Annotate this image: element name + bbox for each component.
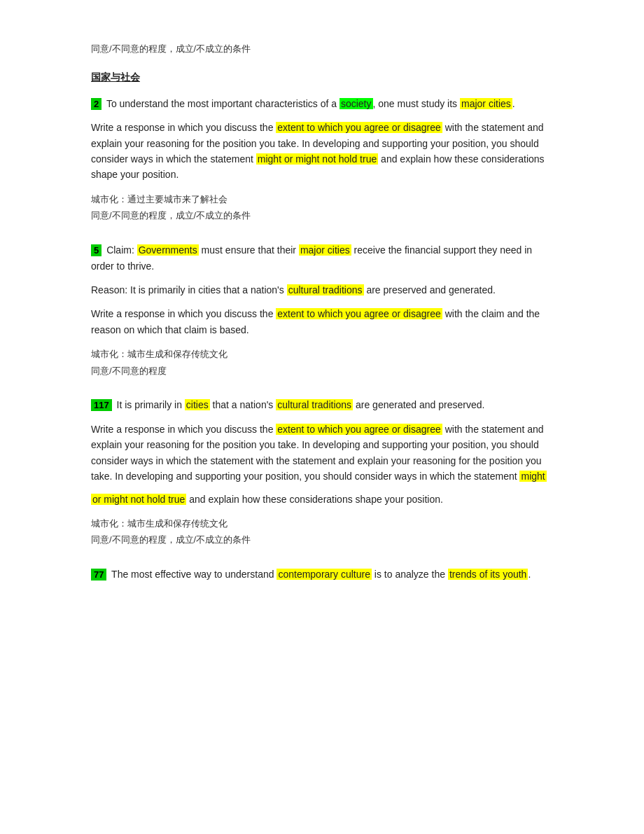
q77-badge: 77 (91, 569, 106, 581)
q2-text-mid: , one must study its (373, 98, 461, 109)
top-label: 同意/不同意的程度，成立/不成立的条件 (91, 42, 553, 56)
q117-highlight1: cities (185, 399, 210, 410)
q5-sub2: 同意/不同意的程度 (91, 364, 553, 378)
q5-claim-hl2: major cities (299, 244, 351, 256)
question-5-reason: Reason: It is primarily in cities that a… (91, 282, 553, 298)
q117-text-before: It is primarily in (117, 399, 185, 410)
q5-sub1: 城市化：城市生成和保存传统文化 (91, 347, 553, 361)
q2-prompt-hl2: might or might not hold true (256, 153, 378, 165)
q2-prompt-start: Write a response in which you discuss th… (91, 122, 276, 133)
q117-prompt-hl3: or might not hold true (91, 494, 186, 505)
question-5-block: 5 Claim: Governments must ensure that th… (91, 242, 553, 377)
q5-prompt-hl: extent to which you agree or disagree (276, 308, 442, 319)
q2-prompt-hl: extent to which you agree or disagree (276, 122, 442, 133)
q5-claim-before: Claim: (106, 244, 137, 256)
q2-highlight1: society (340, 98, 373, 109)
q117-badge: 117 (91, 399, 112, 411)
question-77-block: 77 The most effective way to understand … (91, 567, 553, 583)
q2-text-before: To understand the most important charact… (106, 98, 340, 109)
question-117-block: 117 It is primarily in cities that a nat… (91, 397, 553, 547)
q2-text-end: . (512, 98, 515, 109)
question-2-text: 2 To understand the most important chara… (91, 96, 553, 112)
q117-text-mid: that a nation's (210, 399, 276, 410)
q5-claim-hl1: Governments (137, 244, 199, 256)
q5-claim-mid: must ensure that their (199, 244, 299, 256)
q77-highlight2: trends of its youth (448, 569, 528, 580)
q5-prompt-start: Write a response in which you discuss th… (91, 308, 276, 319)
q117-prompt: Write a response in which you discuss th… (91, 422, 553, 485)
q2-badge: 2 (91, 98, 102, 110)
q2-highlight2: major cities (460, 98, 512, 109)
question-117-text: 117 It is primarily in cities that a nat… (91, 397, 553, 413)
q5-reason-before: Reason: It is primarily in cities that a… (91, 284, 287, 296)
q77-highlight1: contemporary culture (276, 569, 372, 580)
q2-sub2: 同意/不同意的程度，成立/不成立的条件 (91, 209, 553, 223)
section-title: 国家与社会 (91, 70, 553, 85)
q117-text-end: are generated and preserved. (353, 399, 484, 410)
q117-prompt-hl: extent to which you agree or disagree (276, 424, 442, 435)
question-2-block: 2 To understand the most important chara… (91, 96, 553, 223)
q2-prompt: Write a response in which you discuss th… (91, 120, 553, 183)
q117-sub2: 同意/不同意的程度，成立/不成立的条件 (91, 533, 553, 547)
q77-text-before: The most effective way to understand (111, 569, 276, 580)
q117-sub1: 城市化：城市生成和保存传统文化 (91, 517, 553, 531)
q117-prompt-start: Write a response in which you discuss th… (91, 424, 276, 435)
q117-prompt-2: or might not hold true and explain how t… (91, 492, 553, 507)
q5-prompt: Write a response in which you discuss th… (91, 306, 553, 338)
q5-badge: 5 (91, 244, 102, 256)
q77-text-mid: is to analyze the (372, 569, 448, 580)
q2-sub1: 城市化：通过主要城市来了解社会 (91, 193, 553, 207)
question-5-claim: 5 Claim: Governments must ensure that th… (91, 242, 553, 274)
q77-text-end: . (528, 569, 531, 580)
q117-prompt-hl2: might (519, 471, 546, 482)
q5-reason-hl: cultural traditions (287, 284, 364, 296)
q5-reason-end: are preserved and generated. (364, 284, 496, 296)
q117-highlight2: cultural traditions (276, 399, 353, 410)
question-77-text: 77 The most effective way to understand … (91, 567, 553, 583)
q117-prompt-end: and explain how these considerations sha… (186, 494, 443, 505)
